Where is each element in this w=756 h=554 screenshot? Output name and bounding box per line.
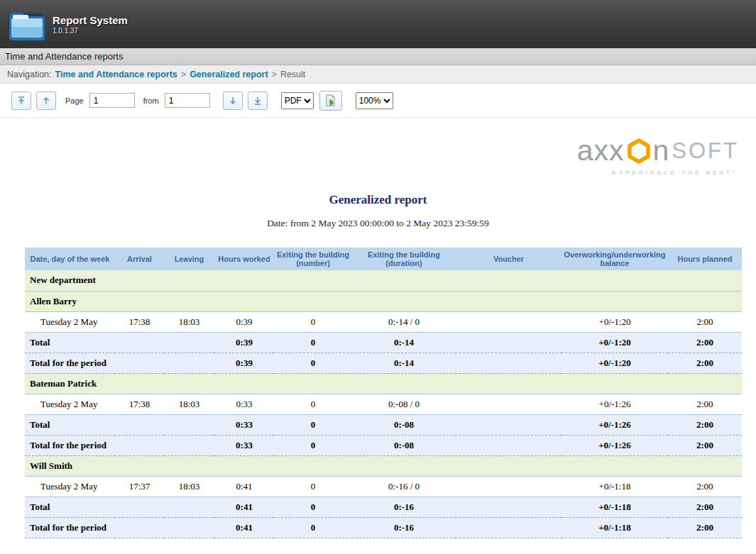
page-label: Page bbox=[65, 96, 84, 105]
table-cell: 2:00 bbox=[668, 414, 742, 435]
table-cell: 0 bbox=[274, 497, 352, 517]
table-cell: Tuesday 2 May bbox=[25, 394, 115, 414]
breadcrumb-current: Result bbox=[280, 70, 305, 79]
table-cell: 2:00 bbox=[668, 311, 742, 332]
table-body: New departmentAllen BarryTuesday 2 May17… bbox=[25, 270, 742, 538]
export-button[interactable] bbox=[319, 91, 342, 111]
table-cell: Total bbox=[25, 332, 115, 353]
table-cell bbox=[115, 497, 164, 517]
breadcrumb-link-generalized-report[interactable]: Generalized report bbox=[190, 70, 268, 79]
table-cell: 0:33 bbox=[214, 414, 274, 435]
table-cell bbox=[115, 353, 164, 373]
table-cell: 0 bbox=[274, 476, 352, 497]
table-cell bbox=[164, 353, 214, 373]
table-cell: 17:38 bbox=[115, 394, 164, 414]
report-table: Date, day of the weekArrivalLeavingHours… bbox=[25, 248, 742, 538]
report-title: Generalized report bbox=[0, 193, 756, 207]
table-cell: 0:41 bbox=[214, 476, 274, 497]
folder-icon bbox=[6, 6, 45, 42]
person-row-label: Allen Barry bbox=[25, 291, 742, 311]
breadcrumb-separator: > bbox=[272, 70, 277, 79]
logo-text-n: n bbox=[653, 136, 670, 165]
table-cell bbox=[456, 435, 561, 455]
table-cell: Total for the period bbox=[25, 435, 115, 455]
person-row: Allen Barry bbox=[25, 291, 742, 311]
column-header: Overworking/underworking balance bbox=[561, 248, 668, 270]
table-cell: Total for the period bbox=[25, 517, 115, 538]
zoom-select[interactable]: 100% bbox=[356, 92, 393, 109]
table-cell: 2:00 bbox=[668, 476, 742, 497]
table-cell: +0/-1:18 bbox=[561, 497, 668, 517]
section-title: Time and Attendance reports bbox=[5, 51, 123, 62]
section-bar: Time and Attendance reports bbox=[0, 48, 756, 65]
table-cell bbox=[115, 517, 164, 538]
export-icon bbox=[324, 94, 336, 106]
table-cell: 0:33 bbox=[214, 435, 274, 455]
table-cell: 0 bbox=[274, 332, 352, 353]
table-cell: +0/-1:20 bbox=[561, 332, 668, 353]
table-cell: 0:-16 bbox=[352, 497, 456, 517]
logo-text-soft: SOFT bbox=[672, 140, 739, 162]
table-cell bbox=[164, 517, 214, 538]
table-header-row: Date, day of the weekArrivalLeavingHours… bbox=[25, 248, 742, 270]
table-cell bbox=[115, 332, 164, 353]
export-format-select[interactable]: PDF bbox=[281, 92, 314, 109]
table-cell: 0 bbox=[274, 435, 352, 455]
period-total-row: Total for the period0:4100:-16+0/-1:182:… bbox=[25, 517, 742, 538]
table-cell: 0 bbox=[274, 311, 352, 332]
table-cell bbox=[456, 353, 561, 373]
table-cell: 0:39 bbox=[214, 353, 274, 373]
table-cell: 0:41 bbox=[214, 517, 274, 538]
column-header: Hours planned bbox=[668, 248, 742, 270]
previous-page-button[interactable] bbox=[36, 92, 56, 110]
page-input[interactable] bbox=[89, 93, 135, 108]
next-page-button[interactable] bbox=[223, 92, 243, 110]
app-title: Report System bbox=[53, 14, 128, 26]
app-header: Report System 1.0.1.37 bbox=[0, 0, 756, 48]
table-cell: 0:-08 bbox=[352, 414, 456, 435]
table-cell: 2:00 bbox=[668, 332, 742, 353]
arrow-up-icon bbox=[41, 96, 51, 106]
table-cell: Tuesday 2 May bbox=[25, 311, 115, 332]
table-cell: +0/-1:18 bbox=[561, 517, 668, 538]
department-row-label: New department bbox=[25, 270, 742, 291]
table-cell: 0 bbox=[274, 394, 352, 414]
table-cell: 17:38 bbox=[115, 311, 164, 332]
arrow-down-icon bbox=[228, 96, 238, 106]
breadcrumb-link-time-attendance[interactable]: Time and Attendance reports bbox=[55, 70, 177, 79]
table-cell bbox=[115, 435, 164, 455]
person-row: Will Smith bbox=[25, 455, 742, 476]
table-cell: 2:00 bbox=[668, 435, 742, 455]
last-page-button[interactable] bbox=[248, 92, 268, 110]
breadcrumb: Navigation: Time and Attendance reports … bbox=[0, 65, 756, 84]
first-page-button[interactable] bbox=[11, 92, 31, 110]
app-titles: Report System 1.0.1.37 bbox=[53, 14, 128, 35]
table-cell: Total bbox=[25, 497, 115, 517]
data-row: Tuesday 2 May17:3818:030:3900:-14 / 0+0/… bbox=[25, 311, 742, 332]
column-header: Leaving bbox=[164, 248, 214, 270]
person-row: Bateman Patrick bbox=[25, 373, 742, 394]
table-cell: 17:37 bbox=[115, 476, 164, 497]
table-cell: 0:39 bbox=[214, 332, 274, 353]
table-cell: 18:03 bbox=[164, 394, 214, 414]
table-cell: +0/-1:26 bbox=[561, 435, 668, 455]
arrow-up-to-top-icon bbox=[16, 96, 26, 106]
table-cell: Tuesday 2 May bbox=[25, 476, 115, 497]
table-cell bbox=[456, 476, 561, 497]
page-count-input[interactable] bbox=[165, 93, 210, 108]
person-row-label: Will Smith bbox=[25, 455, 742, 476]
table-cell: 0:-08 bbox=[352, 435, 456, 455]
total-row: Total0:3900:-14+0/-1:202:00 bbox=[25, 332, 742, 353]
table-cell: 18:03 bbox=[164, 476, 214, 497]
table-cell bbox=[456, 517, 561, 538]
axxonsoft-logo: axx n SOFT EXPERIENCE THE NEXT° bbox=[0, 118, 756, 176]
report-toolbar: Page from PDF 100% bbox=[0, 84, 756, 118]
table-cell bbox=[456, 414, 561, 435]
table-cell: 0:-14 / 0 bbox=[352, 311, 456, 332]
breadcrumb-label: Navigation: bbox=[7, 70, 52, 79]
report-date-range: Date: from 2 May 2023 00:00:00 to 2 May … bbox=[0, 218, 756, 229]
table-cell: 0:39 bbox=[214, 311, 274, 332]
table-cell bbox=[456, 332, 561, 353]
department-row: New department bbox=[25, 270, 742, 291]
table-cell: +0/-1:20 bbox=[561, 311, 668, 332]
